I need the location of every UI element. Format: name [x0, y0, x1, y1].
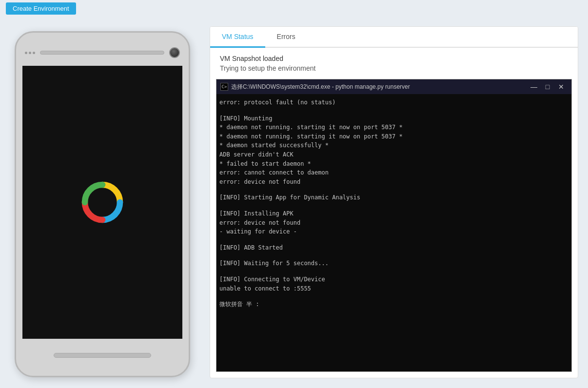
cmd-line: error: cannot connect to daemon — [219, 168, 568, 177]
right-panel: VM Status Errors VM Snapshot loaded Tryi… — [210, 26, 578, 378]
cmd-line: [INFO] Waiting for 5 seconds... — [219, 259, 568, 268]
phone-home-bar — [54, 353, 151, 358]
cmd-line — [219, 186, 568, 193]
cmd-titlebar: C> 选择C:\WINDOWS\system32\cmd.exe - pytho… — [216, 79, 571, 94]
tab-vm-status[interactable]: VM Status — [210, 27, 265, 48]
cmd-line: * daemon not running. starting it now on… — [219, 123, 568, 132]
cmd-icon: C> — [220, 83, 228, 91]
cmd-controls: — □ ✕ — [528, 82, 568, 92]
cmd-close-button[interactable]: ✕ — [555, 82, 568, 92]
cmd-line: [INFO] Mounting — [219, 114, 568, 123]
cmd-line: error: device not found — [219, 177, 568, 187]
speaker-dot-3 — [33, 52, 35, 54]
cmd-line: unable to connect to :5555 — [219, 284, 568, 293]
cmd-line — [219, 252, 568, 259]
phone-speaker-bar — [40, 51, 164, 55]
cmd-line: * daemon started successfully * — [219, 141, 568, 150]
cmd-icon-label: C> — [222, 84, 227, 89]
vm-status-line2: Trying to setup the environment — [220, 64, 568, 72]
cmd-line: error: protocol fault (no status) — [219, 98, 568, 107]
cmd-line: ADB server didn't ACK — [219, 150, 568, 159]
cmd-line — [219, 236, 568, 243]
phone-camera-icon — [169, 47, 180, 58]
cmd-window: C> 选择C:\WINDOWS\system32\cmd.exe - pytho… — [216, 79, 572, 372]
cmd-line: * daemon not running. starting it now on… — [219, 132, 568, 141]
tabs-bar: VM Status Errors — [210, 27, 578, 48]
phone-top — [16, 33, 189, 66]
cmd-title-left: C> 选择C:\WINDOWS\system32\cmd.exe - pytho… — [220, 83, 410, 91]
cmd-line: * failed to start daemon * — [219, 159, 568, 169]
cmd-maximize-button[interactable]: □ — [541, 82, 554, 92]
tab-errors[interactable]: Errors — [265, 27, 307, 48]
cmd-line: [INFO] Connecting to VM/Device — [219, 275, 568, 284]
cmd-title-text: 选择C:\WINDOWS\system32\cmd.exe - python m… — [231, 83, 410, 91]
cmd-body[interactable]: error: protocol fault (no status)[INFO] … — [216, 94, 571, 371]
speaker-dot-1 — [25, 52, 27, 54]
top-bar: Create Environment — [0, 0, 588, 17]
create-environment-button[interactable]: Create Environment — [6, 2, 76, 15]
cmd-line: 微软拼音 半 : — [219, 300, 568, 309]
vm-status-line1: VM Snapshot loaded — [220, 55, 568, 62]
cmd-line — [219, 293, 568, 300]
cmd-line: [INFO] Starting App for Dynamic Analysis — [219, 193, 568, 202]
cmd-line — [219, 268, 568, 275]
phone-speaker-dots — [25, 52, 35, 54]
phone-screen — [22, 66, 182, 339]
phone-container — [10, 26, 195, 378]
speaker-dot-2 — [29, 52, 31, 54]
cmd-line: [INFO] ADB Started — [219, 243, 568, 252]
cmd-line: - waiting for device - — [219, 227, 568, 236]
phone-bottom — [16, 339, 189, 372]
cmd-line — [219, 202, 568, 209]
main-content: VM Status Errors VM Snapshot loaded Tryi… — [0, 17, 588, 388]
vm-status-content: VM Snapshot loaded Trying to setup the e… — [210, 48, 578, 79]
mobsf-logo — [80, 180, 124, 224]
phone-mockup — [15, 31, 190, 377]
cmd-line — [219, 107, 568, 114]
cmd-line: [INFO] Installing APK — [219, 209, 568, 218]
cmd-minimize-button[interactable]: — — [528, 82, 540, 92]
cmd-line: error: device not found — [219, 218, 568, 228]
